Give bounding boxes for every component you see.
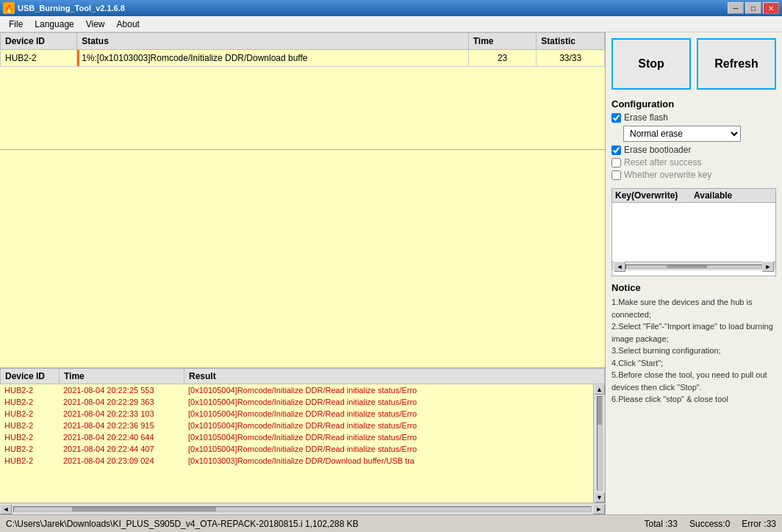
scroll-down-button[interactable]: ▼: [595, 492, 605, 503]
reset-after-success-checkbox[interactable]: [611, 158, 621, 168]
log-result: [0x10105004]Romcode/Initialize DDR/Read …: [184, 443, 593, 455]
key-scroll-track[interactable]: [625, 265, 762, 269]
minimize-button[interactable]: ─: [728, 2, 744, 14]
title-bar-buttons: ─ □ ✕: [728, 2, 779, 14]
log-col-time: Time: [60, 369, 184, 384]
key-scroll-right[interactable]: ►: [762, 262, 774, 272]
col-time: Time: [468, 33, 537, 50]
config-erase-flash-row: Erase flash: [611, 112, 776, 123]
title-bar: 🔥 USB_Burning_Tool_v2.1.6.8 ─ □ ✕: [0, 0, 782, 16]
log-device-id: HUB2-2: [0, 431, 59, 443]
app-icon: 🔥: [3, 2, 15, 14]
device-table-container: Device ID Status Time Statistic HUB2-2 1…: [0, 32, 605, 150]
log-result: [0x10105004]Romcode/Initialize DDR/Read …: [184, 431, 593, 443]
table-row: HUB2-2 1%:[0x10103003]Romcode/Initialize…: [1, 50, 605, 67]
notice-title: Notice: [611, 282, 776, 293]
status-path: C:\Users\Jarek\Downloads\KI_PLUS_S905D_v…: [6, 519, 633, 529]
menu-bar: File Language View About: [0, 16, 782, 32]
scroll-up-button[interactable]: ▲: [595, 384, 605, 395]
log-device-id: HUB2-2: [0, 408, 59, 420]
log-col-result: Result: [184, 369, 605, 384]
key-table-header: Key(Overwrite) Available: [612, 189, 775, 203]
log-device-id: HUB2-2: [0, 443, 59, 455]
menu-view[interactable]: View: [80, 18, 111, 31]
log-time: 2021-08-04 20:22:33 103: [59, 408, 184, 420]
log-body: HUB2-22021-08-04 20:22:25 553[0x10105004…: [0, 384, 593, 503]
refresh-button[interactable]: Refresh: [697, 38, 776, 90]
log-table-row: HUB2-22021-08-04 20:22:40 644[0x10105004…: [0, 431, 593, 443]
log-result: [0x10105004]Romcode/Initialize DDR/Read …: [184, 420, 593, 431]
menu-language[interactable]: Language: [29, 18, 79, 31]
log-scrollbar[interactable]: ▲ ▼: [593, 384, 605, 503]
overwrite-key-label: Whether overwrite key: [624, 170, 711, 180]
log-table-row: HUB2-22021-08-04 20:22:44 407[0x10105004…: [0, 443, 593, 455]
log-time: 2021-08-04 20:22:29 363: [59, 396, 184, 408]
log-table-row: HUB2-22021-08-04 20:22:25 553[0x10105004…: [0, 384, 593, 396]
log-result: [0x10105004]Romcode/Initialize DDR/Read …: [184, 384, 593, 396]
maximize-button[interactable]: □: [745, 2, 761, 14]
menu-about[interactable]: About: [111, 18, 146, 31]
main-content: Device ID Status Time Statistic HUB2-2 1…: [0, 32, 782, 514]
col-status: Status: [77, 33, 469, 50]
log-panel: Device ID Time Result HUB2-22021-08-04 2…: [0, 367, 605, 514]
log-result: [0x10105004]Romcode/Initialize DDR/Read …: [184, 408, 593, 420]
log-table-row: HUB2-22021-08-04 20:22:33 103[0x10105004…: [0, 408, 593, 420]
left-panel: Device ID Status Time Statistic HUB2-2 1…: [0, 32, 606, 514]
log-result: [0x10105004]Romcode/Initialize DDR/Read …: [184, 396, 593, 408]
log-header-table: Device ID Time Result: [0, 368, 605, 384]
config-overwrite-key-row: Whether overwrite key: [611, 170, 776, 180]
h-scroll-thumb: [72, 507, 216, 511]
empty-area: [0, 150, 605, 367]
log-device-id: HUB2-2: [0, 396, 59, 408]
log-table-row: HUB2-22021-08-04 20:22:36 915[0x10105004…: [0, 420, 593, 431]
scroll-right-button[interactable]: ►: [593, 504, 605, 514]
log-col-device-id: Device ID: [1, 369, 60, 384]
title-bar-left: 🔥 USB_Burning_Tool_v2.1.6.8: [3, 2, 125, 14]
menu-file[interactable]: File: [3, 18, 29, 31]
row-status: 1%:[0x10103003]Romcode/Initialize DDR/Do…: [77, 50, 469, 67]
status-error: Error :33: [742, 519, 776, 529]
key-scroll-left[interactable]: ◄: [614, 262, 625, 272]
erase-mode-dropdown-wrap: Normal erase Full erase: [623, 126, 776, 142]
progress-fill: [77, 50, 79, 66]
log-time: 2021-08-04 20:22:40 644: [59, 431, 184, 443]
status-success: Success:0: [689, 519, 730, 529]
log-table: HUB2-22021-08-04 20:22:25 553[0x10105004…: [0, 384, 593, 467]
config-reset-after-success-row: Reset after success: [611, 157, 776, 168]
key-scrollbar[interactable]: ◄ ►: [612, 262, 775, 270]
scroll-left-button[interactable]: ◄: [0, 504, 12, 514]
scroll-thumb: [598, 397, 602, 425]
h-scroll-track[interactable]: [13, 506, 592, 512]
status-text: 1%:[0x10103003]Romcode/Initialize DDR/Do…: [82, 53, 412, 63]
log-result: [0x10103003]Romcode/Initialize DDR/Downl…: [184, 455, 593, 467]
log-time: 2021-08-04 20:22:36 915: [59, 420, 184, 431]
col-statistic: Statistic: [537, 33, 605, 50]
config-erase-bootloader-row: Erase bootloader: [611, 145, 776, 155]
window-title: USB_Burning_Tool_v2.1.6.8: [18, 4, 125, 12]
erase-flash-label: Erase flash: [624, 112, 668, 123]
overwrite-key-checkbox[interactable]: [611, 170, 621, 180]
status-total: Total :33: [645, 519, 678, 529]
device-table: Device ID Status Time Statistic HUB2-2 1…: [0, 32, 605, 67]
row-time: 23: [468, 50, 537, 67]
stop-button[interactable]: Stop: [611, 38, 691, 90]
notice-section: Notice 1.Make sure the devices and the h…: [611, 282, 776, 406]
col-device-id: Device ID: [1, 33, 77, 50]
reset-after-success-label: Reset after success: [624, 157, 701, 168]
erase-mode-dropdown[interactable]: Normal erase Full erase: [623, 126, 741, 142]
log-table-row: HUB2-22021-08-04 20:23:09 024[0x10103003…: [0, 455, 593, 467]
scroll-track[interactable]: [597, 396, 603, 491]
log-table-row: HUB2-22021-08-04 20:22:29 363[0x10105004…: [0, 396, 593, 408]
log-device-id: HUB2-2: [0, 420, 59, 431]
erase-bootloader-checkbox[interactable]: [611, 145, 621, 155]
key-scroll-thumb: [667, 265, 707, 268]
log-horizontal-scrollbar[interactable]: ◄ ►: [0, 503, 605, 514]
log-scroll-wrap: HUB2-22021-08-04 20:22:25 553[0x10105004…: [0, 384, 605, 503]
erase-flash-checkbox[interactable]: [611, 113, 621, 123]
config-title: Configuration: [611, 98, 776, 109]
key-col1: Key(Overwrite): [615, 190, 694, 201]
log-device-id: HUB2-2: [0, 384, 59, 396]
action-buttons: Stop Refresh: [611, 38, 776, 90]
close-button[interactable]: ✕: [763, 2, 779, 14]
row-device-id: HUB2-2: [1, 50, 77, 67]
